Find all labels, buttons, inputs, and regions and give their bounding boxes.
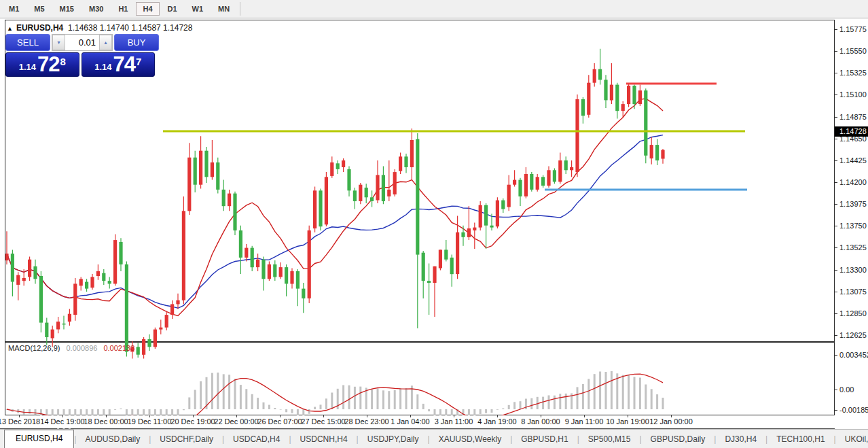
timeframe-button-W1[interactable]: W1 <box>185 2 211 16</box>
macd-axis-label: 0.003452 <box>839 351 868 359</box>
candle-body <box>638 90 642 104</box>
chart-tabbar: EURUSD,H4|AUDUSD,Daily|USDCHF,Daily|USDC… <box>0 429 868 448</box>
candle-body <box>147 339 151 347</box>
macd-name: MACD(12,26,9) <box>8 344 60 352</box>
candle-body <box>393 172 397 194</box>
current-price-tag: 1.14728 <box>835 126 868 137</box>
tab-UKOil-H1[interactable]: UKOil,H1 <box>836 431 868 448</box>
one-click-trading-panel: SELL ▾ ▴ BUY 1.14 72 8 1.14 74 7 <box>5 34 155 77</box>
candle-body <box>644 90 647 156</box>
tab-GBPUSD-Daily[interactable]: GBPUSD,Daily <box>642 431 715 448</box>
price-axis[interactable]: 1.157751.155501.153251.151001.148751.146… <box>835 20 868 429</box>
tab-AUDUSD-Daily[interactable]: AUDUSD,Daily <box>76 431 149 448</box>
macd-histogram-bar <box>508 405 510 409</box>
macd-histogram-bar <box>639 378 641 410</box>
candle-body <box>68 314 71 322</box>
macd-histogram-bar <box>263 402 265 409</box>
buy-price-tile[interactable]: 1.14 74 7 <box>82 52 156 77</box>
volume-increase-icon[interactable]: ▴ <box>99 35 112 50</box>
tab-GBPUSD-H1[interactable]: GBPUSD,H1 <box>512 431 577 448</box>
candle-body <box>484 205 488 226</box>
candle-body <box>404 156 408 167</box>
candle-body <box>16 275 20 285</box>
candle-body <box>507 185 511 207</box>
timeframe-button-M5[interactable]: M5 <box>27 2 51 16</box>
candle-body <box>102 273 105 281</box>
macd-histogram-bar <box>274 408 276 409</box>
candle-body <box>153 330 157 347</box>
macd-histogram-bar <box>582 384 584 409</box>
candle-body <box>96 271 100 276</box>
tab-XAUUSD-Weekly[interactable]: XAUUSD,Weekly <box>430 431 510 448</box>
tab-EURUSD-H4[interactable]: EURUSD,H4 <box>4 430 74 448</box>
macd-histogram-value: 0.000896 <box>66 344 97 352</box>
macd-histogram-bar <box>485 409 487 413</box>
macd-histogram-bar <box>645 385 647 410</box>
tab-SP500-M15[interactable]: SP500,M15 <box>579 431 640 448</box>
candle-body <box>450 258 454 274</box>
timeframe-button-H4[interactable]: H4 <box>136 2 159 16</box>
macd-histogram-bar <box>530 398 532 409</box>
candle-body <box>330 162 333 176</box>
tab-USDJPY-Daily[interactable]: USDJPY,Daily <box>359 431 428 448</box>
macd-histogram-bar <box>513 402 516 409</box>
tab-USDCHF-Daily[interactable]: USDCHF,Daily <box>151 431 222 448</box>
chart-surface[interactable] <box>5 39 834 434</box>
time-axis-label: 8 Jan 00:00 <box>521 417 560 426</box>
candle-body <box>113 240 117 283</box>
candle-body <box>11 254 14 281</box>
candle-body <box>553 170 556 182</box>
timeframe-button-H1[interactable]: H1 <box>111 2 134 16</box>
panel-collapse-icon[interactable]: ▲ <box>7 25 13 32</box>
timeframe-button-MN[interactable]: MN <box>211 2 236 16</box>
tab-TECH100-H1[interactable]: TECH100,H1 <box>767 431 833 448</box>
candle-body <box>194 158 197 185</box>
candle-body <box>199 151 202 185</box>
macd-histogram-bar <box>496 409 499 410</box>
timeframe-button-M30[interactable]: M30 <box>82 2 110 16</box>
timeframe-button-D1[interactable]: D1 <box>161 2 184 16</box>
macd-histogram-bar <box>223 374 225 409</box>
sell-price-main: 72 <box>37 55 59 74</box>
macd-histogram-bar <box>245 389 247 409</box>
buy-button[interactable]: BUY <box>114 34 159 51</box>
candle-body <box>182 211 185 300</box>
time-axis[interactable]: 13 Dec 201814 Dec 19:0018 Dec 00:0019 De… <box>0 415 868 428</box>
price-tick <box>835 51 837 52</box>
macd-histogram-bar <box>554 396 556 409</box>
macd-histogram-bar <box>297 409 299 415</box>
tab-USDCNH-H4[interactable]: USDCNH,H4 <box>291 431 357 448</box>
volume-decrease-icon[interactable]: ▾ <box>52 35 65 50</box>
timeframe-button-M15[interactable]: M15 <box>53 2 81 16</box>
tab-USDCAD-H4[interactable]: USDCAD,H4 <box>224 431 289 448</box>
macd-histogram-bar <box>291 409 293 413</box>
candle-body <box>176 300 179 305</box>
macd-axis-tick <box>835 410 837 411</box>
macd-histogram-bar <box>428 409 430 411</box>
macd-histogram-bar <box>257 398 259 409</box>
candle-body <box>570 167 573 170</box>
macd-histogram-bar <box>542 397 544 409</box>
sell-button[interactable]: SELL <box>5 34 50 51</box>
volume-input[interactable] <box>65 35 99 50</box>
price-axis-label: 1.12850 <box>839 309 867 317</box>
tab-DJ30-H4[interactable]: DJ30,H4 <box>716 431 765 448</box>
timeframe-button-M1[interactable]: M1 <box>2 2 26 16</box>
price-tick <box>835 204 837 205</box>
price-axis-label: 1.13525 <box>839 243 867 252</box>
macd-histogram-bar <box>548 396 550 410</box>
candle-body <box>142 339 145 355</box>
candle-body <box>85 282 88 289</box>
price-tick <box>835 160 837 161</box>
macd-histogram-bar <box>662 398 664 409</box>
macd-histogram-bar <box>371 390 373 409</box>
macd-histogram-bar <box>354 387 356 409</box>
macd-axis-tick <box>835 390 837 390</box>
candle-body <box>456 232 459 274</box>
time-axis-label: 9 Jan 11:00 <box>565 417 604 426</box>
price-axis-label: 1.13075 <box>839 288 867 296</box>
candle-body <box>655 145 659 160</box>
candle-body <box>461 232 465 237</box>
price-tick <box>835 117 837 118</box>
sell-price-tile[interactable]: 1.14 72 8 <box>5 52 79 77</box>
